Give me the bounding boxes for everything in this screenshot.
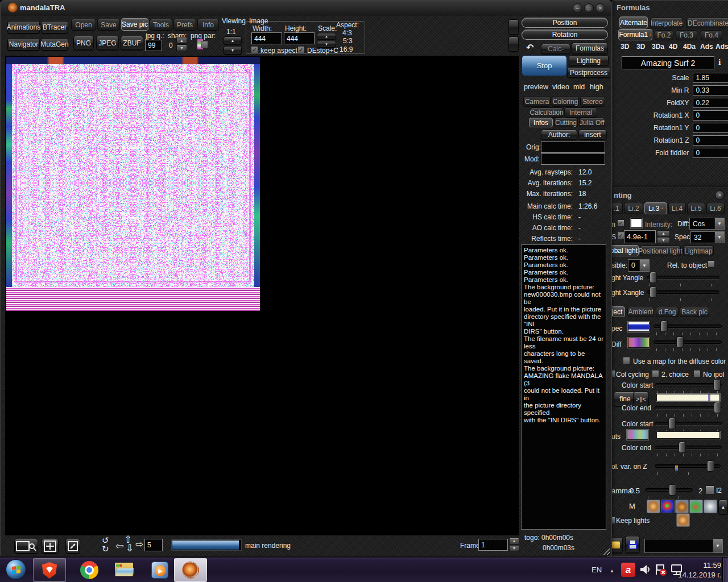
spinner-up-icon[interactable]: ▲ — [176, 37, 187, 44]
tab-cutting[interactable]: Cutting — [554, 118, 578, 127]
preset-scroll-up-button[interactable]: ▲ — [718, 500, 728, 514]
formulas-button[interactable]: Formulas — [572, 43, 608, 54]
btracer-button[interactable]: BTracer — [41, 21, 68, 34]
light-preset-thumbnail-1[interactable] — [647, 500, 660, 513]
col-var-z-slider[interactable] — [655, 460, 721, 475]
tab-li1[interactable]: .1 — [610, 203, 623, 214]
tab-3da[interactable]: 3Da — [652, 43, 664, 51]
menu-tools[interactable]: Tools — [150, 19, 172, 31]
tab-li5[interactable]: Li.5 — [687, 203, 705, 214]
rotation-button[interactable]: Rotation — [522, 30, 608, 40]
formula-info-button[interactable]: i — [718, 59, 721, 66]
pan-button[interactable] — [42, 539, 59, 554]
lighting-button[interactable]: Lighting — [569, 55, 609, 66]
tab-formula1[interactable]: Formula1 • — [618, 29, 652, 40]
tab-stereo[interactable]: Stereo — [580, 96, 605, 107]
tab-4d[interactable]: 4D — [669, 43, 677, 51]
menu-save[interactable]: Save — [97, 19, 120, 31]
minimize-button[interactable]: – — [573, 3, 582, 13]
step-field[interactable]: 5 — [144, 539, 163, 551]
formula-name-field[interactable]: Amazing Surf 2 — [622, 56, 714, 69]
menu-save-pic[interactable]: Save pic — [121, 18, 148, 31]
height-field[interactable]: 444 — [284, 32, 315, 44]
orig-field[interactable] — [541, 142, 605, 153]
tab-fo2[interactable]: Fo.2 — [655, 30, 673, 40]
spinner-down-icon[interactable]: ▼ — [657, 237, 670, 243]
tab-li3[interactable]: Li.3 • — [644, 202, 667, 214]
rel-to-object-checkbox[interactable] — [708, 260, 715, 268]
color-range-bar-2[interactable] — [656, 431, 720, 439]
quality-mid[interactable]: mid — [573, 83, 585, 91]
start-button[interactable] — [6, 559, 26, 580]
jpeg-button[interactable]: JPEG — [96, 36, 119, 50]
png-par-checkbox[interactable] — [201, 41, 208, 48]
mutagen-button[interactable]: MutaGen — [41, 38, 68, 51]
tab-li2[interactable]: Li.2 — [624, 203, 643, 214]
gamma-slider[interactable] — [645, 484, 693, 499]
message-log[interactable]: Parameters ok.Parameters ok.Parameters o… — [521, 244, 606, 530]
color-start-slider-2[interactable] — [655, 418, 722, 433]
tab-internal[interactable]: Internal — [564, 107, 597, 118]
spinner-down-icon[interactable]: ▼ — [509, 545, 519, 552]
spec-dropdown[interactable]: 32 ▼ — [690, 231, 725, 243]
light-preset-thumbnail-5[interactable] — [704, 500, 717, 513]
window-resize-grip[interactable] — [601, 548, 610, 555]
jpg-quality-field[interactable]: 99 — [145, 40, 162, 51]
lighting-preset-dropdown[interactable]: ▼ — [644, 539, 723, 553]
diff-dropdown[interactable]: Cos ▼ — [689, 218, 725, 230]
clock-time[interactable]: 11:59 — [677, 561, 721, 569]
author-button[interactable]: Author: — [541, 130, 577, 140]
tab-3d-b[interactable]: 3D — [636, 43, 645, 51]
formula-param-input[interactable]: 0 — [693, 148, 728, 158]
light-preset-thumbnail-3[interactable] — [675, 500, 689, 513]
taskbar-explorer-button[interactable] — [108, 558, 141, 582]
aspect-16-9[interactable]: 16:9 — [340, 45, 353, 53]
zoom-select-button[interactable] — [14, 539, 38, 554]
undo-icon[interactable]: ↶ — [526, 42, 533, 53]
color-end-slider-2[interactable] — [655, 442, 722, 456]
tab-lightmap[interactable]: Lightmap — [683, 246, 714, 256]
animations-button[interactable]: Animations — [7, 21, 40, 34]
resize-drag-button[interactable] — [65, 539, 80, 554]
frame-spinner[interactable]: ▲ ▼ — [509, 538, 519, 551]
close-button[interactable]: × — [595, 3, 605, 13]
quality-video[interactable]: video — [552, 83, 569, 91]
tab-dfog[interactable]: d.Fog — [656, 307, 679, 317]
formula-param-input[interactable]: 0 — [693, 135, 728, 146]
spec-slider[interactable] — [653, 321, 722, 335]
menu-open[interactable]: Open — [71, 19, 96, 31]
keep-lights-thumbnail[interactable] — [676, 513, 690, 527]
light-preset-thumbnail-4[interactable] — [689, 500, 703, 513]
spinner-up-icon[interactable]: ▲ — [509, 538, 519, 544]
destop-checkbox[interactable]: ✓ — [297, 46, 305, 53]
tab-back-pic[interactable]: Back pic — [680, 307, 709, 317]
formula-param-input[interactable]: 0 — [693, 110, 728, 120]
diff-slider[interactable] — [653, 336, 722, 351]
tab-ads-b[interactable]: Ads — [715, 43, 728, 51]
second-choice-checkbox[interactable] — [652, 370, 659, 377]
formula-param-input[interactable]: 0 — [693, 123, 728, 133]
spinner-down-icon[interactable]: ▼ — [176, 44, 187, 51]
tab-calculation[interactable]: Calculation — [530, 107, 563, 118]
diffuse-map-checkbox[interactable] — [623, 357, 630, 364]
mod-field[interactable] — [541, 153, 605, 165]
tab-3d-a[interactable]: 3D — [621, 43, 629, 51]
aspect-4-3[interactable]: 4:3 — [342, 29, 352, 37]
taskbar-wmp-button[interactable]: ▶ — [143, 558, 176, 582]
spec-gradient-swatch[interactable] — [628, 322, 650, 332]
tab-julia-off[interactable]: Julia Off — [579, 118, 605, 127]
quality-preview[interactable]: preview — [524, 83, 548, 91]
light-on-checkbox[interactable]: ✓ — [617, 219, 624, 227]
menu-info[interactable]: Info — [197, 19, 219, 31]
tab-fo4[interactable]: Fo.4 — [701, 30, 722, 40]
tab-interpolate[interactable]: Interpolate — [650, 18, 683, 28]
color-end-slider-1[interactable] — [655, 402, 722, 417]
lighting-close-button[interactable]: × — [715, 190, 725, 200]
frame-field[interactable]: 1 — [478, 539, 508, 551]
intensity-spinner[interactable]: ▲ ▼ — [657, 230, 670, 243]
tab-ads-a[interactable]: Ads — [700, 43, 713, 51]
tab-li6[interactable]: Li.6 — [706, 203, 725, 214]
menu-prefs[interactable]: Prefs — [173, 19, 196, 31]
light-xangle-slider[interactable] — [647, 286, 719, 301]
color-start-slider-1[interactable] — [655, 379, 722, 394]
